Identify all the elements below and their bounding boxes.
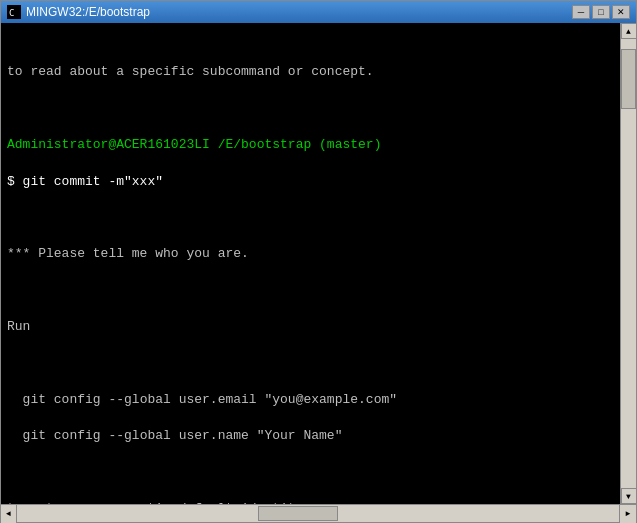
hscrollbar-track [17,505,620,522]
hscrollbar-thumb[interactable] [258,506,338,521]
terminal-line: *** Please tell me who you are. [7,245,614,263]
maximize-button[interactable]: □ [592,5,610,19]
main-window: C MINGW32:/E/bootstrap ─ □ ✕ to read abo… [0,0,637,523]
scroll-left-button[interactable]: ◄ [1,505,17,523]
scroll-up-button[interactable]: ▲ [621,23,637,39]
terminal-line: git config --global user.name "Your Name… [7,427,614,445]
minimize-button[interactable]: ─ [572,5,590,19]
svg-text:C: C [9,8,14,18]
terminal-line: Run [7,318,614,336]
terminal-output[interactable]: to read about a specific subcommand or c… [1,23,620,504]
terminal-line [7,354,614,372]
terminal-line [7,282,614,300]
title-buttons: ─ □ ✕ [572,5,630,19]
window-title: MINGW32:/E/bootstrap [26,5,150,19]
horizontal-scrollbar: ◄ ► [1,504,636,522]
vertical-scrollbar[interactable]: ▲ ▼ [620,23,636,504]
title-bar-left: C MINGW32:/E/bootstrap [7,5,150,19]
terminal-line: to read about a specific subcommand or c… [7,63,614,81]
scroll-right-button[interactable]: ► [620,505,636,523]
terminal-line: Administrator@ACER161023LI /E/bootstrap … [7,136,614,154]
scrollbar-thumb[interactable] [621,49,636,109]
terminal-line: $ git commit -m"xxx" [7,173,614,191]
terminal-line [7,100,614,118]
terminal-line [7,464,614,482]
terminal-line [7,209,614,227]
close-button[interactable]: ✕ [612,5,630,19]
content-area: to read about a specific subcommand or c… [1,23,636,504]
window-icon: C [7,5,21,19]
title-bar: C MINGW32:/E/bootstrap ─ □ ✕ [1,1,636,23]
scrollbar-track [621,39,636,488]
scroll-down-button[interactable]: ▼ [621,488,637,504]
terminal-line: git config --global user.email "you@exam… [7,391,614,409]
